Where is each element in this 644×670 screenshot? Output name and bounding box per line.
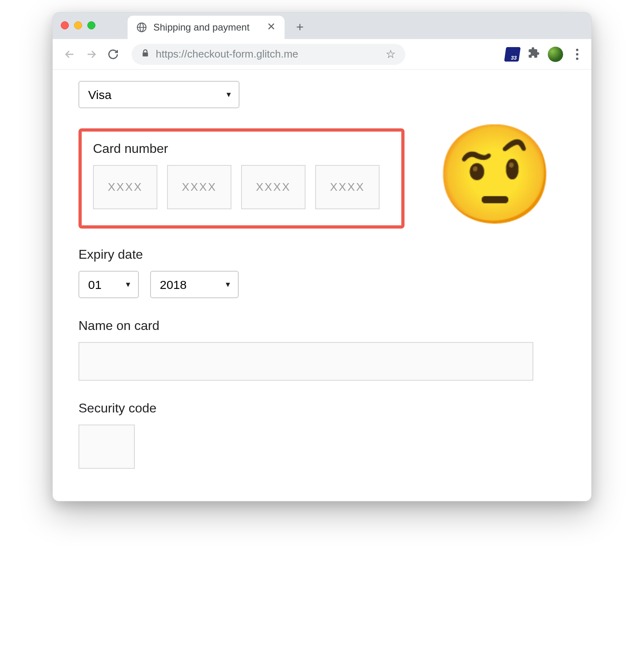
- card-number-label: Card number: [93, 141, 390, 156]
- url-text: https://checkout-form.glitch.me: [156, 48, 379, 60]
- back-button[interactable]: [61, 45, 78, 63]
- arrow-left-icon: [64, 49, 75, 60]
- extension-icon[interactable]: [505, 47, 520, 62]
- toolbar-actions: [505, 47, 583, 62]
- raised-eyebrow-emoji: 🤨: [435, 126, 555, 223]
- address-bar[interactable]: https://checkout-form.glitch.me ☆: [132, 44, 405, 65]
- profile-avatar[interactable]: [548, 47, 563, 62]
- expiry-group: Expiry date 01 2018: [78, 247, 566, 298]
- card-type-select[interactable]: Visa: [78, 81, 239, 108]
- maximize-window-button[interactable]: [87, 21, 95, 29]
- card-number-segment-2[interactable]: [167, 165, 231, 209]
- expiry-year-select[interactable]: 2018: [150, 271, 239, 298]
- cvv-group: Security code: [78, 401, 566, 469]
- browser-menu-button[interactable]: [571, 49, 583, 60]
- expiry-label: Expiry date: [78, 247, 566, 262]
- browser-toolbar: https://checkout-form.glitch.me ☆: [53, 39, 591, 70]
- card-number-inputs: [93, 165, 390, 209]
- security-code-input[interactable]: [78, 425, 135, 469]
- new-tab-button[interactable]: +: [292, 19, 308, 35]
- name-on-card-input[interactable]: [78, 342, 533, 381]
- name-label: Name on card: [78, 318, 566, 333]
- globe-icon: [136, 22, 147, 33]
- card-type-group: Visa: [78, 81, 566, 108]
- tab-bar: Shipping and payment ✕ +: [53, 12, 591, 39]
- reload-icon: [107, 49, 119, 60]
- tab-title: Shipping and payment: [153, 22, 260, 33]
- cvv-label: Security code: [78, 401, 566, 416]
- page-content: 🤨 Visa Card number Expiry date: [53, 70, 591, 501]
- name-group: Name on card: [78, 318, 566, 381]
- browser-window: Shipping and payment ✕ + https://checkou…: [52, 12, 592, 501]
- extensions-menu-icon[interactable]: [528, 47, 540, 62]
- browser-tab[interactable]: Shipping and payment ✕: [128, 16, 285, 39]
- card-number-segment-1[interactable]: [93, 165, 157, 209]
- card-number-segment-4[interactable]: [315, 165, 380, 209]
- arrow-right-icon: [86, 49, 97, 60]
- lock-icon: [141, 49, 149, 60]
- forward-button[interactable]: [83, 45, 100, 63]
- svg-rect-5: [142, 52, 148, 56]
- close-window-button[interactable]: [61, 21, 69, 29]
- window-controls: [61, 21, 95, 39]
- bookmark-star-icon[interactable]: ☆: [386, 47, 396, 61]
- close-tab-button[interactable]: ✕: [267, 23, 276, 32]
- minimize-window-button[interactable]: [74, 21, 82, 29]
- card-number-highlight: Card number: [78, 128, 405, 229]
- card-number-segment-3[interactable]: [241, 165, 305, 209]
- reload-button[interactable]: [104, 45, 122, 63]
- expiry-month-select[interactable]: 01: [78, 271, 139, 298]
